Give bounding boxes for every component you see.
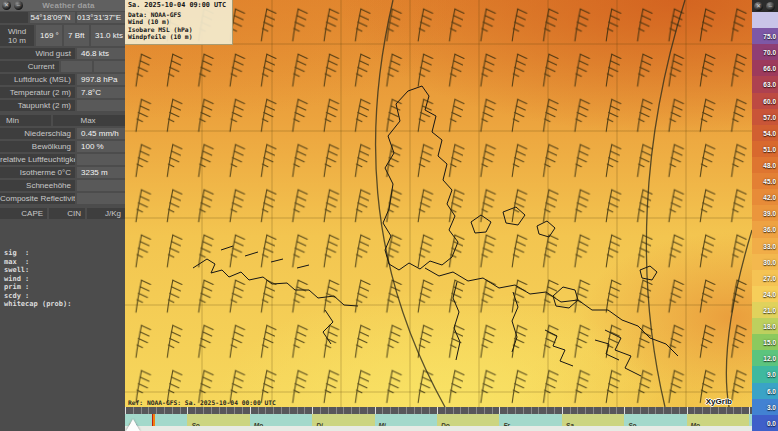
rel-humidity-value (77, 154, 125, 165)
scale-segment-39.0: 39.0 (752, 205, 778, 221)
temperature-label: Temperatur (2 m) (0, 87, 75, 98)
composite-reflectivity-label: Composite Reflectivity (0, 193, 75, 204)
snow-depth-value (77, 180, 125, 191)
scale-segment-63.0: 63.0 (752, 76, 778, 92)
scale-segment-70.0: 70.0 (752, 44, 778, 60)
scale-segment-27.0: 27.0 (752, 270, 778, 286)
current-label: Current (0, 61, 59, 72)
collapse-icon[interactable]: – (766, 2, 775, 11)
sidebar-row-rel-humidity: relative Luftfeuchtigkeit ( (0, 154, 125, 165)
pressure-label: Luftdruck (MSL) (0, 74, 75, 85)
xygrib-window: ✕ – Weather data 54°18'09"N 013°31'37"E … (0, 0, 778, 431)
scale-segment-3.0: 3.0 (752, 399, 778, 415)
current-value-1 (94, 61, 125, 72)
precipitation-label: Niederschlag (0, 128, 75, 139)
sidebar-row-composite-reflectivity: Composite Reflectivity (0, 193, 125, 204)
isotherm-0c-label: Isotherme 0°C (0, 167, 75, 178)
time-pointer-handle[interactable] (126, 419, 140, 431)
info-layer-wind: Wind (10 m) (128, 18, 229, 26)
scale-segment-36.0: 36.0 (752, 221, 778, 237)
composite-reflectivity-value (77, 193, 125, 204)
map-layers (125, 0, 752, 407)
timeline-day-2[interactable]: Mo. (250, 414, 312, 426)
sidebar-row-current: Current (0, 61, 125, 72)
xygrib-watermark: XyGrib (706, 397, 732, 406)
wind-speed-value: 31.0 kts (91, 25, 125, 46)
scale-segment-15.0: 15.0 (752, 334, 778, 350)
wind-gust-label: Wind gust (0, 48, 75, 59)
panel-title: Weather data (26, 1, 123, 10)
timeline-day-6[interactable]: Fr. (499, 414, 561, 426)
timeline-days-band: Sa.So.Mo.Di.Mi.Do.Fr.Sa.So.Mo.Di. (125, 414, 752, 426)
latitude-value: 54°18'09"N (30, 12, 75, 23)
close-icon[interactable]: ✕ (2, 1, 11, 10)
snow-depth-label: Schneehöhe (0, 180, 75, 191)
timeline-day-8[interactable]: So. (624, 414, 686, 426)
sidebar-row-precipitation: Niederschlag0.45 mm/h (0, 128, 125, 139)
scale-segment-54.0: 54.0 (752, 125, 778, 141)
precipitation-value: 0.45 mm/h (77, 128, 125, 139)
scale-segment-9.0: 9.0 (752, 366, 778, 382)
timeline-day-3[interactable]: Di. (312, 414, 374, 426)
weather-map[interactable]: Sa. 2025-10-04 09:00 UTC Data: NOAA-GFS … (125, 0, 752, 407)
color-scale-header: ✕ – (752, 0, 778, 12)
wind-barbs-layer (125, 0, 752, 407)
wind-color-scale: ✕ – 75.070.066.063.060.057.054.051.048.0… (752, 0, 778, 431)
timeline-day-9[interactable]: Mo. (687, 414, 749, 426)
timeline-day-7[interactable]: Sa. (562, 414, 624, 426)
scale-segment-6.0: 6.0 (752, 383, 778, 399)
dew-point-label: Taupunkt (2 m) (0, 100, 75, 111)
pressure-value: 997.8 hPa (77, 74, 125, 85)
scale-segment-42.0: 42.0 (752, 189, 778, 205)
scale-segment-57.0: 57.0 (752, 109, 778, 125)
reference-run-label: Ref: NOAA-GFS: Sa. 2025-10-04 00:00 UTC (128, 399, 276, 406)
cloud-cover-value: 100 % (77, 141, 125, 152)
timeline-day-5[interactable]: Do. (437, 414, 499, 426)
max-label: Max (53, 115, 126, 126)
scale-segment-top (752, 12, 778, 28)
timeline-tick-bar[interactable] (125, 407, 752, 414)
wind-label: Wind10 m (0, 25, 34, 46)
weather-data-panel: ✕ – Weather data 54°18'09"N 013°31'37"E … (0, 0, 125, 431)
timeline-day-4[interactable]: Mi. (375, 414, 437, 426)
sidebar-row-snow-depth: Schneehöhe (0, 180, 125, 191)
isotherm-0c-value: 3235 m (77, 167, 125, 178)
forecast-datetime: Sa. 2025-10-04 09:00 UTC (128, 2, 229, 10)
scale-segment-0.0: 0.0 (752, 415, 778, 431)
scale-segment-24.0: 24.0 (752, 286, 778, 302)
current-value-0 (61, 61, 92, 72)
map-info-box: Sa. 2025-10-04 09:00 UTC Data: NOAA-GFS … (125, 0, 233, 45)
min-label: Min (0, 115, 51, 126)
info-layer-barbs: Windpfeile (10 m) (128, 33, 229, 41)
sidebar-row-dew-point: Taupunkt (2 m) (0, 100, 125, 111)
color-scale-body: 75.070.066.063.060.057.054.051.048.045.0… (752, 12, 778, 431)
scale-segment-75.0: 75.0 (752, 28, 778, 44)
weather-data-panel-header: ✕ – Weather data (0, 0, 125, 11)
rel-humidity-label: relative Luftfeuchtigkeit ( (0, 154, 75, 165)
scale-segment-21.0: 21.0 (752, 302, 778, 318)
scale-segment-51.0: 51.0 (752, 141, 778, 157)
temperature-value: 7.8°C (77, 87, 125, 98)
scale-segment-30.0: 30.0 (752, 254, 778, 270)
timeline-day-1[interactable]: So. (187, 414, 249, 426)
sidebar-row-isotherm-0c: Isotherme 0°C3235 m (0, 167, 125, 178)
close-icon[interactable]: ✕ (754, 2, 763, 11)
wind-direction-value: 169 ° (36, 25, 62, 46)
wave-data-block: sig : max : swell: wind : prim : scdy : … (4, 249, 125, 309)
wind-gust-value: 46.8 kts (77, 48, 125, 59)
sidebar-row-cape-cin: CAPE CIN J/Kg (0, 208, 125, 219)
info-layer-isobars: Isobare MSL (hPa) (128, 26, 229, 34)
sidebar-row-wind-gust: Wind gust46.8 kts (0, 48, 125, 59)
scale-segment-33.0: 33.0 (752, 238, 778, 254)
sidebar-row-wind: Wind10 m 169 ° 7 Bft 31.0 kts (0, 25, 125, 46)
scale-segment-66.0: 66.0 (752, 60, 778, 76)
sidebar-row-coordinates: 54°18'09"N 013°31'37"E (0, 12, 125, 23)
collapse-icon[interactable]: – (14, 1, 23, 10)
sidebar-row-pressure: Luftdruck (MSL)997.8 hPa (0, 74, 125, 85)
wind-beaufort-value: 7 Bft (64, 25, 89, 46)
sidebar-row-min-max: Min Max (0, 115, 125, 126)
current-time-marker[interactable] (152, 414, 155, 426)
sidebar-row-temperature: Temperatur (2 m)7.8°C (0, 87, 125, 98)
scale-segment-60.0: 60.0 (752, 93, 778, 109)
cape-label: CAPE (0, 208, 47, 219)
